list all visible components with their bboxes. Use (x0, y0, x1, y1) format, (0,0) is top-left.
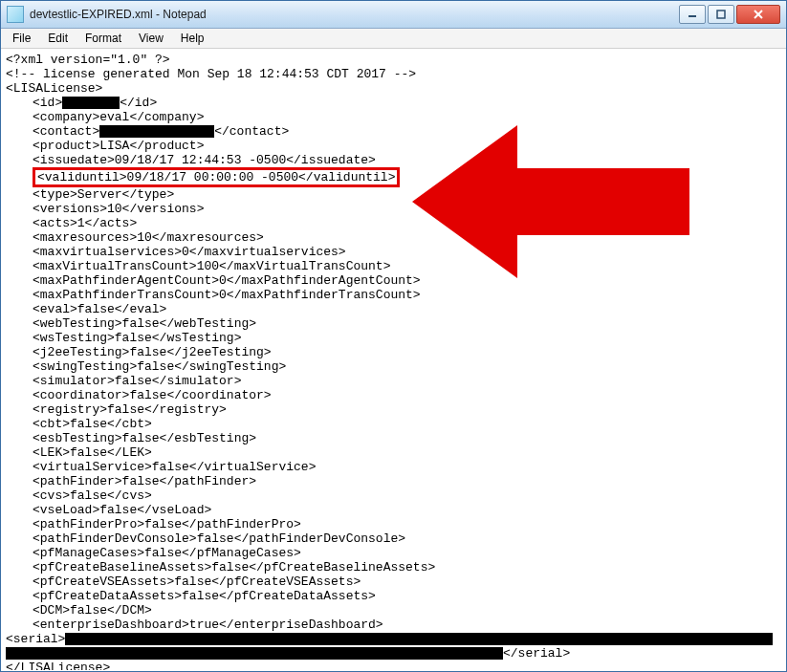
xml-tag: <id> (33, 96, 62, 110)
code-line: <simulator>false</simulator> (6, 374, 783, 388)
code-line: <versions>10</versions> (6, 202, 783, 216)
redacted-block (99, 125, 214, 138)
xml-tag: </id> (120, 96, 157, 110)
xml-tag: </contact> (214, 124, 289, 139)
code-line: <esbTesting>false</esbTesting> (6, 431, 783, 445)
redacted-block (62, 97, 120, 109)
redacted-block (6, 647, 503, 660)
code-line: <serial> (6, 632, 783, 646)
close-icon (754, 10, 763, 19)
close-button[interactable] (736, 5, 780, 24)
xml-tag: </serial> (503, 646, 570, 661)
code-line: <pathFinder>false</pathFinder> (6, 474, 783, 488)
menu-format[interactable]: Format (77, 30, 129, 47)
code-line: <maxPathfinderAgentCount>0</maxPathfinde… (6, 273, 783, 288)
window-buttons (679, 5, 780, 24)
code-line: <?xml version="1.0" ?> (6, 53, 783, 67)
code-line: <eval>false</eval> (6, 302, 783, 316)
code-line: <pfCreateVSEAssets>false</pfCreateVSEAss… (6, 574, 783, 589)
menu-file[interactable]: File (5, 30, 38, 47)
menubar: File Edit Format View Help (1, 29, 786, 49)
code-line: <enterpriseDashboard>true</enterpriseDas… (6, 618, 783, 632)
svg-rect-1 (717, 11, 725, 18)
code-line: <swingTesting>false</swingTesting> (6, 359, 783, 374)
maximize-button[interactable] (708, 5, 734, 24)
code-line: <contact></contact> (6, 124, 783, 139)
code-line: <wsTesting>false</wsTesting> (6, 331, 783, 345)
minimize-button[interactable] (679, 5, 706, 24)
highlighted-line: <validuntil>09/18/17 00:00:00 -0500</val… (6, 167, 783, 187)
code-line: <cvs>false</cvs> (6, 488, 783, 503)
notepad-window: devtestlic-EXPIRED.xml - Notepad File Ed… (0, 0, 787, 672)
menu-help[interactable]: Help (173, 30, 212, 47)
code-line: <id></id> (6, 96, 783, 110)
code-line: <registry>false</registry> (6, 402, 783, 417)
code-line: <LISALicense> (6, 81, 783, 96)
code-line: </LISALicense> (6, 661, 783, 670)
code-line: <issuedate>09/18/17 12:44:53 -0500</issu… (6, 153, 783, 167)
highlight-box: <validuntil>09/18/17 00:00:00 -0500</val… (33, 167, 400, 187)
code-line: <pfCreateBaselineAssets>false</pfCreateB… (6, 560, 783, 574)
code-line: <pfManageCases>false</pfManageCases> (6, 546, 783, 560)
code-line: <vseLoad>false</vseLoad> (6, 503, 783, 517)
code-line: <maxresources>10</maxresources> (6, 230, 783, 245)
code-line: <virtualService>false</virtualService> (6, 460, 783, 474)
code-line: <cbt>false</cbt> (6, 417, 783, 431)
menu-view[interactable]: View (131, 30, 171, 47)
code-line: <company>eval</company> (6, 110, 783, 124)
code-line: <maxvirtualservices>0</maxvirtualservice… (6, 245, 783, 259)
window-title: devtestlic-EXPIRED.xml - Notepad (30, 8, 679, 21)
xml-tag: <contact> (33, 124, 99, 139)
code-line: <product>LISA</product> (6, 139, 783, 153)
maximize-icon (716, 10, 726, 19)
code-line: <maxVirtualTransCount>100</maxVirtualTra… (6, 259, 783, 273)
titlebar[interactable]: devtestlic-EXPIRED.xml - Notepad (1, 1, 786, 29)
minimize-icon (688, 10, 697, 19)
code-line: <DCM>false</DCM> (6, 603, 783, 618)
code-line: <webTesting>false</webTesting> (6, 316, 783, 331)
menu-edit[interactable]: Edit (40, 30, 76, 47)
xml-tag: <validuntil>09/18/17 00:00:00 -0500</val… (37, 170, 395, 184)
code-line: <j2eeTesting>false</j2eeTesting> (6, 345, 783, 359)
code-line: <maxPathfinderTransCount>0</maxPathfinde… (6, 288, 783, 302)
code-line: <LEK>false</LEK> (6, 445, 783, 460)
text-area[interactable]: <?xml version="1.0" ?> <!-- license gene… (2, 49, 785, 670)
code-line: <type>Server</type> (6, 187, 783, 202)
code-line: <pathFinderDevConsole>false</pathFinderD… (6, 531, 783, 546)
xml-tag: <serial> (6, 632, 65, 646)
redacted-block (65, 633, 773, 645)
code-line: <!-- license generated Mon Sep 18 12:44:… (6, 67, 783, 81)
app-icon (7, 6, 24, 23)
code-line: <acts>1</acts> (6, 216, 783, 230)
code-line: <coordinator>false</coordinator> (6, 388, 783, 402)
code-line: <pfCreateDataAssets>false</pfCreateDataA… (6, 589, 783, 603)
code-line: </serial> (6, 646, 783, 661)
code-line: <pathFinderPro>false</pathFinderPro> (6, 517, 783, 531)
